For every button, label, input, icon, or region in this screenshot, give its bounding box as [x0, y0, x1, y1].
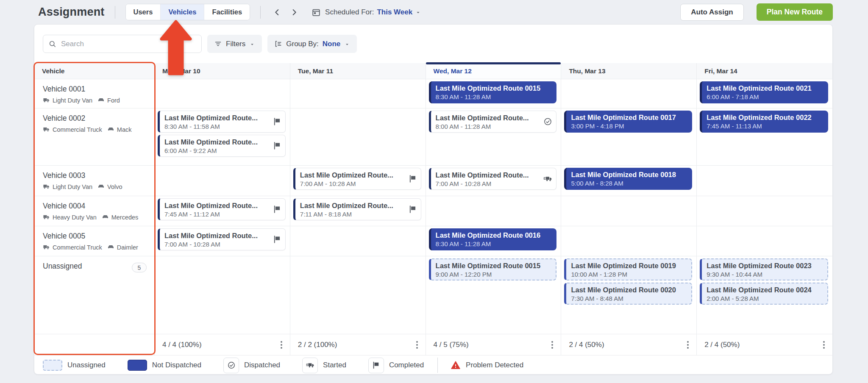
legend-item: Completed [368, 358, 424, 373]
truck-icon [43, 126, 50, 133]
scheduled-for-dropdown[interactable]: Scheduled For: This Week [312, 8, 421, 17]
search-box[interactable] [43, 35, 202, 53]
caret-down-icon [249, 41, 255, 47]
vehicle-brand: Daimler [117, 244, 138, 251]
route-card[interactable]: Last Mile Optimized Route...7:00 AM - 10… [429, 168, 557, 190]
route-card[interactable]: Last Mile Optimized Route...7:00 AM - 10… [158, 228, 286, 250]
filters-button[interactable]: Filters [207, 35, 262, 53]
schedule-cell [426, 196, 562, 226]
vehicle-name: Vehicle 0004 [43, 202, 147, 211]
page-title: Assignment [38, 6, 105, 19]
schedule-cell: Last Mile Optimized Route...7:45 AM - 11… [155, 196, 290, 226]
vehicle-meta: Commercial TruckDaimler [43, 244, 147, 251]
schedule-cell: Last Mile Optimized Route...8:30 AM - 11… [155, 108, 290, 166]
route-card[interactable]: Last Mile Optimized Route...7:45 AM - 11… [158, 198, 286, 220]
vehicle-row-header: Vehicle 0002Commercial TruckMack [34, 108, 155, 166]
route-time: 8:00 AM - 11:28 AM [436, 122, 542, 131]
vehicle-brand: Ford [107, 97, 120, 104]
route-card[interactable]: Last Mile Optimized Route 00239:30 AM - … [700, 258, 828, 280]
toolbar: Filters Group By: None [34, 25, 832, 63]
route-card[interactable]: Last Mile Optimized Route...8:00 AM - 11… [429, 111, 557, 133]
vehicle-type: Light Duty Van [53, 97, 92, 104]
stats-spacer-cell [34, 334, 155, 355]
calendar-icon [312, 8, 321, 17]
route-card[interactable]: Last Mile Optimized Route 00168:30 AM - … [429, 228, 557, 250]
route-card[interactable]: Last Mile Optimized Route 00227:45 AM - … [700, 111, 828, 133]
legend-item: Problem Detected [451, 360, 523, 370]
route-card[interactable]: Last Mile Optimized Route 00207:30 AM - … [564, 283, 692, 305]
route-title: Last Mile Optimized Route 0024 [707, 286, 813, 294]
route-card[interactable]: Last Mile Optimized Route 00173:00 PM - … [564, 111, 692, 133]
vehicle-row-header: Vehicle 0003Light Duty VanVolvo [34, 166, 155, 196]
legend-label: Unassigned [67, 361, 106, 369]
assigned-ratio: 4 / 5 (75%) [434, 341, 469, 349]
tab-users[interactable]: Users [126, 4, 161, 20]
truck-fast-icon [302, 358, 318, 373]
vehicle-type: Commercial Truck [53, 126, 102, 133]
schedule-cell: Last Mile Optimized Route 00173:00 PM - … [561, 108, 697, 166]
next-week-button[interactable] [288, 6, 300, 19]
column-menu-button[interactable] [821, 339, 827, 351]
plan-new-route-button[interactable]: Plan New Route [757, 3, 833, 21]
schedule-cell: Last Mile Optimized Route 00216:00 AM - … [697, 79, 832, 108]
route-card[interactable]: Last Mile Optimized Route 001910:00 AM -… [564, 258, 692, 280]
schedule-cell [290, 108, 426, 166]
schedule-cell [697, 196, 832, 226]
route-card[interactable]: Last Mile Optimized Route 00216:00 AM - … [700, 81, 828, 103]
legend-label: Completed [389, 361, 424, 369]
schedule-cell [561, 196, 697, 226]
route-card[interactable]: Last Mile Optimized Route...6:00 AM - 9:… [158, 135, 286, 157]
column-menu-button[interactable] [684, 339, 691, 351]
route-card[interactable]: Last Mile Optimized Route 00158:30 AM - … [429, 81, 557, 103]
group-by-button[interactable]: Group By: None [267, 35, 357, 53]
legend-item: Started [302, 358, 346, 373]
column-menu-button[interactable] [414, 339, 420, 351]
route-card[interactable]: Last Mile Optimized Route 00242:00 AM - … [700, 283, 828, 305]
flag-icon [273, 117, 281, 126]
schedule-cell: Last Mile Optimized Route 00168:30 AM - … [426, 226, 562, 256]
schedule-cell: Last Mile Optimized Route...7:00 AM - 10… [290, 166, 426, 196]
route-title: Last Mile Optimized Route 0022 [707, 113, 823, 122]
route-title: Last Mile Optimized Route 0017 [571, 113, 687, 122]
flag-icon [273, 142, 281, 150]
column-menu-button[interactable] [278, 339, 285, 351]
route-card[interactable]: Last Mile Optimized Route...7:00 AM - 10… [293, 168, 421, 190]
flag-icon [408, 175, 417, 183]
route-card[interactable]: Last Mile Optimized Route 00159:00 AM - … [429, 258, 557, 280]
route-card[interactable]: Last Mile Optimized Route 00185:00 AM - … [564, 168, 692, 190]
day-header: Tue, Mar 11 [290, 63, 426, 79]
tab-facilities[interactable]: Facilities [204, 4, 250, 20]
unassigned-count-badge: 5 [132, 263, 147, 272]
route-title: Last Mile Optimized Route... [164, 138, 271, 147]
chevron-right-icon [289, 8, 299, 17]
tab-vehicles[interactable]: Vehicles [161, 4, 204, 20]
assignment-panel: Filters Group By: None VehicleMon, Mar 1… [34, 24, 833, 375]
schedule-cell [697, 226, 832, 256]
caret-down-icon [344, 41, 350, 47]
column-menu-button[interactable] [549, 339, 556, 351]
schedule-cell: Last Mile Optimized Route...7:11 AM - 8:… [290, 196, 426, 226]
day-header: Thu, Mar 13 [561, 63, 697, 79]
route-time: 3:00 PM - 4:18 PM [571, 122, 687, 130]
truck-icon [43, 97, 50, 104]
schedule-cell [290, 226, 426, 256]
search-input[interactable] [61, 40, 196, 48]
vehicle-meta: Light Duty VanFord [43, 97, 147, 104]
schedule-cell [155, 256, 290, 334]
not-dispatched-swatch [128, 360, 147, 371]
vehicle-brand: Mack [117, 126, 132, 133]
prev-week-button[interactable] [271, 6, 284, 19]
column-stats: 4 / 5 (75%) [426, 334, 562, 355]
route-card[interactable]: Last Mile Optimized Route...8:30 AM - 11… [158, 111, 286, 133]
assigned-ratio: 2 / 2 (100%) [298, 341, 337, 349]
schedule-cell: Last Mile Optimized Route 00185:00 AM - … [561, 166, 697, 196]
auto-assign-button[interactable]: Auto Assign [680, 4, 743, 21]
route-card[interactable]: Last Mile Optimized Route...7:11 AM - 8:… [293, 198, 421, 220]
unassigned-swatch [43, 360, 62, 371]
assigned-ratio: 2 / 4 (50%) [704, 341, 740, 349]
day-label: Tue, Mar 11 [298, 67, 333, 75]
truck-icon [43, 183, 50, 190]
route-title: Last Mile Optimized Route... [300, 201, 406, 210]
day-label: Thu, Mar 13 [569, 67, 605, 75]
schedule-cell: Last Mile Optimized Route...8:00 AM - 11… [426, 108, 562, 166]
